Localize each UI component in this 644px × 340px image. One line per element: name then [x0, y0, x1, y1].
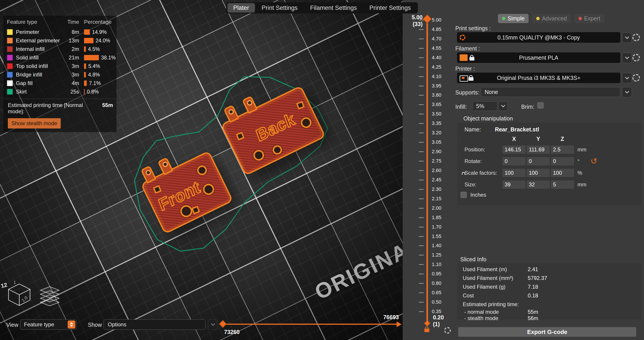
- view-mode-value: Feature type: [24, 321, 54, 327]
- lock-slot: [458, 172, 464, 174]
- size-x-input[interactable]: 39: [502, 180, 526, 189]
- tick-dash: [419, 189, 424, 190]
- layers-stack-icon[interactable]: [36, 283, 63, 308]
- mode-dot-icon: [578, 17, 582, 20]
- feature-time: 21m: [64, 55, 79, 61]
- tick-value: 2.30: [432, 186, 442, 192]
- select-spinner-icon: [68, 320, 75, 328]
- size-label: Size:: [464, 181, 502, 188]
- scalefactors-unit: %: [578, 170, 589, 176]
- supports-dropdown-button[interactable]: [622, 87, 632, 97]
- sliced-info-label: Cost: [463, 292, 528, 299]
- feature-time: 2m: [64, 46, 79, 52]
- layer-slider-track[interactable]: [426, 19, 428, 324]
- printer-dropdown-button[interactable]: [622, 73, 632, 83]
- column-x: X: [502, 136, 526, 142]
- filament-color-swatch: [460, 54, 468, 61]
- printer-gear-icon[interactable]: [632, 74, 640, 82]
- tab-filament-settings[interactable]: Filament Settings: [304, 3, 363, 13]
- rotate-reset-icon[interactable]: ↺: [590, 158, 597, 164]
- legend-row: Perimeter8m14.9%: [3, 28, 116, 36]
- tab-print-settings[interactable]: Print Settings: [256, 3, 304, 13]
- viewport-settings-gear-icon[interactable]: [444, 327, 451, 334]
- scalefactors-y-input[interactable]: 100: [526, 168, 550, 177]
- position-z-input[interactable]: 2.5: [550, 145, 574, 154]
- feature-time: 4m: [64, 80, 79, 86]
- position-y-input[interactable]: 111.69: [526, 145, 550, 154]
- position-x-input[interactable]: 146.15: [502, 145, 526, 154]
- feature-percentage: 0.8%: [87, 89, 98, 95]
- gcode-range-slider-track[interactable]: [222, 324, 399, 325]
- manip-row-size: Size:39325mm: [458, 180, 641, 189]
- feature-color-swatch: [7, 55, 13, 61]
- tick-value: 1.40: [432, 243, 442, 248]
- object-manipulation-box: Name: Rear_Bracket.stl X Y Z Position:14…: [458, 123, 641, 205]
- export-gcode-button[interactable]: Export G-code: [458, 327, 636, 337]
- manip-row-position: Position:146.15111.692.5mm: [458, 145, 641, 155]
- estimated-time-row: Estimated printing time [Normal mode]: 5…: [3, 99, 116, 116]
- percentage-bar: [84, 72, 86, 77]
- print-settings-gear-icon[interactable]: [632, 34, 640, 41]
- layer-slider-lock-icon[interactable]: [424, 326, 429, 332]
- tick-dash: [419, 133, 424, 133]
- scalefactors-x-input[interactable]: 100: [502, 168, 526, 177]
- scalefactors-label: Scale factors:: [464, 170, 502, 176]
- view-label: View: [6, 321, 18, 328]
- mode-switcher: SimpleAdvancedExpert: [498, 14, 604, 23]
- tab-plater[interactable]: Plater: [228, 3, 255, 13]
- rotate-z-input[interactable]: 0: [550, 157, 574, 166]
- manip-row-rotate: Rotate:000°↺: [458, 156, 641, 166]
- scalefactors-z-input[interactable]: 100: [550, 168, 574, 177]
- rotate-x-input[interactable]: 0: [502, 157, 526, 166]
- inches-checkbox[interactable]: [460, 192, 467, 198]
- sliced-info-row: - normal mode55m: [458, 309, 641, 315]
- mode-expert[interactable]: Expert: [574, 14, 604, 23]
- size-y-input[interactable]: 32: [526, 180, 550, 189]
- show-options-combo[interactable]: Options: [104, 319, 206, 330]
- size-z-input[interactable]: 5: [550, 180, 574, 189]
- filament-dropdown-button[interactable]: [622, 53, 632, 63]
- rotate-y-input[interactable]: 0: [526, 157, 550, 166]
- screw-hole: [196, 164, 208, 177]
- tick-dash: [419, 274, 424, 274]
- tick-value: 3.65: [432, 102, 442, 107]
- gcode-max-label: 76693: [358, 314, 399, 320]
- infill-combo[interactable]: 5%: [472, 101, 498, 111]
- show-stealth-mode-button[interactable]: Show stealth mode: [8, 118, 61, 129]
- print-settings-combo[interactable]: 0.15mm QUALITY @MK3 - Copy: [457, 32, 620, 43]
- mode-advanced[interactable]: Advanced: [532, 14, 571, 23]
- printer-combo[interactable]: Original Prusa i3 MK3S & MK3S+: [457, 73, 620, 83]
- tick-dash: [419, 292, 424, 293]
- tick-value: 2.15: [432, 196, 442, 202]
- layer-slider-handle[interactable]: [422, 14, 432, 24]
- brim-checkbox[interactable]: [537, 102, 544, 109]
- gcode-range-slider-arrow[interactable]: [396, 321, 402, 327]
- feature-name: Skirt: [16, 89, 64, 95]
- feature-color-swatch: [7, 46, 13, 52]
- layer-slider-bottom-handle[interactable]: [424, 320, 430, 326]
- tick-value: 1.70: [432, 224, 442, 230]
- filament-gear-icon[interactable]: [632, 54, 640, 62]
- screw-hole: [299, 116, 313, 130]
- legend-row: Solid infill21m38.1%: [3, 53, 116, 62]
- feature-name: Top solid infill: [16, 63, 64, 69]
- print-settings-dropdown-button[interactable]: [622, 33, 632, 43]
- view-mode-select[interactable]: Feature type: [20, 319, 77, 330]
- tick-dash: [419, 67, 424, 68]
- print-settings-icon: [460, 35, 466, 40]
- feature-time: 25s: [64, 89, 79, 95]
- sliced-info-label: Used Filament (m): [463, 266, 528, 272]
- tick-dash: [419, 208, 424, 209]
- mode-simple[interactable]: Simple: [498, 14, 528, 23]
- screw-hole: [201, 182, 216, 197]
- filament-combo[interactable]: Prusament PLA: [457, 53, 620, 63]
- supports-combo[interactable]: None: [481, 87, 620, 97]
- view-cube-icon[interactable]: [6, 281, 33, 308]
- tick-value: 4.55: [432, 45, 442, 51]
- tick-value: 3.95: [432, 83, 442, 89]
- sliced-info-label: Used Filament (g): [463, 284, 528, 290]
- tab-printer-settings[interactable]: Printer Settings: [364, 3, 417, 13]
- sliced-info-value: 7.18: [528, 284, 538, 290]
- lock-icon: [468, 75, 474, 81]
- infill-dropdown-button[interactable]: [498, 101, 508, 111]
